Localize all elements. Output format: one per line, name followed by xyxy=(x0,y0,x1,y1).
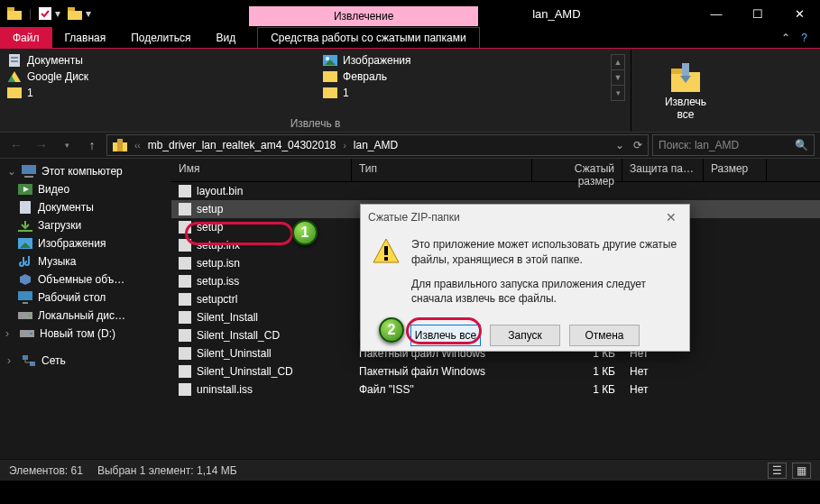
file-icon xyxy=(179,221,191,234)
close-button[interactable]: ✕ xyxy=(779,0,820,27)
help-icon[interactable]: ? xyxy=(801,32,807,44)
col-compressed-size[interactable]: Сжатый размер xyxy=(532,159,622,181)
nav-downloads[interactable]: Загрузки xyxy=(0,216,171,234)
file-name: setup xyxy=(197,221,223,234)
dest-label: Изображения xyxy=(343,54,410,67)
nav-docs[interactable]: Документы xyxy=(0,198,171,216)
col-size[interactable]: Размер xyxy=(704,159,767,181)
dest-gdrive[interactable]: Google Диск xyxy=(7,69,88,85)
col-type[interactable]: Тип xyxy=(352,159,532,181)
extract-all-button[interactable]: Извлечь все xyxy=(410,325,481,346)
cancel-button[interactable]: Отмена xyxy=(569,325,640,346)
svg-rect-30 xyxy=(23,302,28,304)
file-icon xyxy=(179,185,191,197)
nav-3d-objects[interactable]: Объемные объ… xyxy=(0,270,171,289)
svg-rect-32 xyxy=(28,315,31,316)
file-icon xyxy=(179,383,191,396)
tab-home[interactable]: Главная xyxy=(52,27,119,48)
status-selected: Выбран 1 элемент: 1,14 МБ xyxy=(97,464,237,477)
tab-share[interactable]: Поделиться xyxy=(118,27,203,48)
nav-vol-disk[interactable]: ›Новый том (D:) xyxy=(0,325,171,343)
svg-rect-4 xyxy=(68,7,75,11)
ribbon-group-caption: Извлечь в xyxy=(0,114,631,130)
nav-history-button[interactable]: ▾ xyxy=(56,134,78,156)
breadcrumb[interactable]: ‹‹ mb_driver_lan_realtek_am4_04302018 › … xyxy=(106,134,649,156)
nav-forward-button[interactable]: → xyxy=(31,134,52,156)
ribbon-help: ⌃ ? xyxy=(781,27,820,48)
column-headers: Имя Тип Сжатый размер Защита па… Размер xyxy=(171,159,820,182)
nav-this-pc[interactable]: ⌄Этот компьютер xyxy=(0,162,171,180)
table-row[interactable]: layout.bin xyxy=(171,182,820,200)
large-icons-view-icon[interactable]: ▦ xyxy=(792,463,811,479)
maximize-button[interactable]: ☐ xyxy=(737,0,779,27)
run-button[interactable]: Запуск xyxy=(490,325,560,346)
tab-view[interactable]: Вид xyxy=(203,27,248,48)
overflow-icon[interactable]: ▾ xyxy=(55,7,60,20)
file-name: Silent_Install_CD xyxy=(197,329,280,342)
nav-label: Музыка xyxy=(38,255,76,268)
dest-one2[interactable]: 1 xyxy=(323,85,410,101)
refresh-icon[interactable]: ⟳ xyxy=(633,139,642,151)
network-icon xyxy=(22,354,36,367)
file-icon xyxy=(179,239,191,252)
dest-images[interactable]: Изображения xyxy=(323,52,410,69)
extract-all-button[interactable]: Извлечь все xyxy=(659,49,713,132)
dest-label: Февраль xyxy=(343,70,387,83)
breadcrumb-item[interactable]: lan_AMD xyxy=(354,139,398,151)
svg-point-12 xyxy=(326,57,329,60)
svg-rect-6 xyxy=(11,57,18,59)
dialog-titlebar[interactable]: Сжатые ZIP-папки ✕ xyxy=(361,205,689,230)
file-icon xyxy=(179,203,191,215)
nav-up-button[interactable]: ↑ xyxy=(81,134,103,156)
collapse-ribbon-icon[interactable]: ⌃ xyxy=(781,32,790,44)
quick-access-toolbar: | ▾ ▾ xyxy=(7,7,91,20)
file-compressed-size: 1 КБ xyxy=(532,383,622,396)
checkbox-icon[interactable] xyxy=(39,7,51,20)
search-input[interactable]: Поиск: lan_AMD 🔍 xyxy=(652,134,815,156)
dropdown-icon[interactable]: ▾ xyxy=(86,7,91,20)
nav-local-disk[interactable]: Локальный дис… xyxy=(0,307,171,325)
warning-icon xyxy=(372,237,401,266)
dest-documents[interactable]: Документы xyxy=(7,52,88,69)
svg-rect-2 xyxy=(39,7,51,20)
address-bar: ← → ▾ ↑ ‹‹ mb_driver_lan_realtek_am4_043… xyxy=(0,132,820,159)
pc-icon xyxy=(22,165,36,178)
gdrive-icon xyxy=(7,70,22,83)
file-name: layout.bin xyxy=(197,185,243,197)
expand-icon[interactable]: ⌄ xyxy=(7,165,16,178)
details-view-icon[interactable]: ☰ xyxy=(768,463,787,479)
nav-images[interactable]: Изображения xyxy=(0,234,171,252)
nav-desktop[interactable]: Рабочий стол xyxy=(0,289,171,307)
tab-compressed-tools[interactable]: Средства работы со сжатыми папками xyxy=(257,27,480,48)
dest-one[interactable]: 1 xyxy=(7,85,88,101)
col-name[interactable]: Имя xyxy=(171,159,352,181)
svg-rect-21 xyxy=(24,176,33,178)
dest-feb[interactable]: Февраль xyxy=(323,69,410,85)
nav-network[interactable]: ›Сеть xyxy=(0,352,171,370)
minimize-button[interactable]: — xyxy=(696,0,737,27)
breadcrumb-item[interactable]: mb_driver_lan_realtek_am4_04302018 xyxy=(148,139,336,151)
ribbon-tabs: Файл Главная Поделиться Вид Средства раб… xyxy=(0,27,820,49)
expand-icon[interactable]: › xyxy=(5,327,14,340)
nav-music[interactable]: Музыка xyxy=(0,252,171,270)
gallery-scroll[interactable]: ▲ ▼ ▾ xyxy=(611,54,625,101)
nav-video[interactable]: Видео xyxy=(0,180,171,198)
folder-icon xyxy=(7,7,22,20)
cube-icon xyxy=(18,273,32,286)
chevron-right-icon[interactable]: › xyxy=(343,141,346,151)
dialog-title: Сжатые ZIP-папки xyxy=(368,211,460,224)
file-compressed-size: 1 КБ xyxy=(532,365,622,378)
nav-back-button[interactable]: ← xyxy=(5,134,27,156)
col-protection[interactable]: Защита па… xyxy=(622,159,704,181)
tab-file[interactable]: Файл xyxy=(0,27,52,48)
file-name: Silent_Uninstall xyxy=(197,347,272,360)
dialog-close-button[interactable]: ✕ xyxy=(660,210,682,225)
address-dropdown-icon[interactable]: ⌄ xyxy=(615,139,624,151)
table-row[interactable]: Silent_Uninstall_CDПакетный файл Windows… xyxy=(171,362,820,380)
contextual-tab-label: Извлечение xyxy=(249,6,478,26)
chevron-icon[interactable]: ‹‹ xyxy=(134,141,141,151)
documents-icon xyxy=(7,54,22,67)
expand-icon[interactable]: › xyxy=(7,354,16,367)
table-row[interactable]: uninstall.issФайл "ISS"1 КБНет xyxy=(171,380,820,399)
extract-all-icon xyxy=(668,60,704,96)
